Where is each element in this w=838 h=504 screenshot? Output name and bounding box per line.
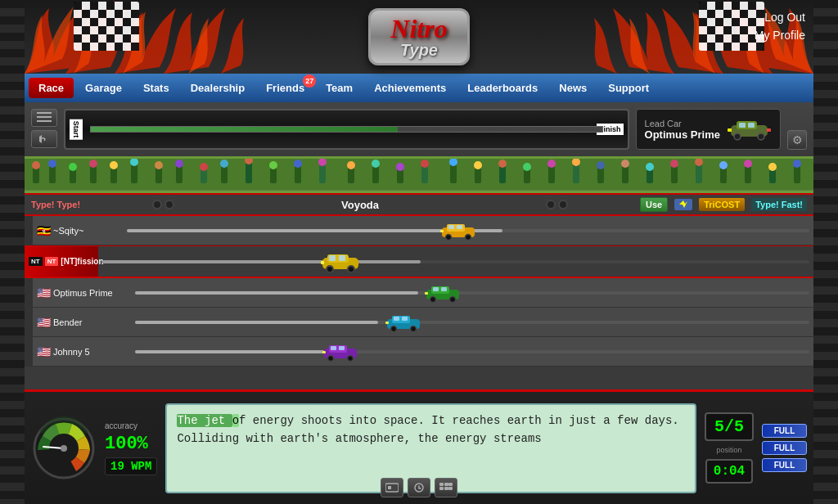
svg-point-107 — [547, 160, 556, 168]
track-progress-fill — [91, 127, 398, 132]
svg-rect-172 — [439, 483, 444, 486]
svg-rect-43 — [715, 34, 723, 43]
svg-point-127 — [793, 160, 801, 168]
svg-rect-175 — [439, 487, 444, 490]
lead-car-text: Lead Car Optimus Prime — [645, 119, 720, 141]
dashboard-bottom-icons — [381, 478, 457, 497]
svg-point-58 — [758, 133, 764, 140]
svg-point-79 — [200, 163, 208, 171]
nitro-bar-1[interactable]: FULL — [762, 424, 807, 438]
nitro-bar-3[interactable]: FULL — [762, 458, 807, 472]
track-music-btn[interactable] — [31, 130, 57, 148]
svg-point-91 — [347, 161, 355, 169]
header: Nitro Type Log Out My Profile — [25, 0, 813, 74]
racer-lane-bender: 🇺🇸 Bender — [25, 308, 813, 337]
current-char: o — [232, 414, 239, 427]
voyoda-text: Voyoda — [341, 199, 379, 211]
progress-fill-bender — [135, 321, 378, 324]
logout-link[interactable]: Log Out — [755, 8, 805, 26]
stats-section: accuracy 100% 19 WPM — [105, 421, 157, 475]
svg-point-133 — [446, 234, 452, 240]
use-nitro-button[interactable]: Use — [640, 197, 668, 212]
dashboard-icon-1[interactable] — [381, 478, 403, 497]
flag-sqity: 🇺🇬 — [37, 224, 51, 237]
nitro-bar-2[interactable]: FULL — [762, 441, 807, 455]
tire-border-left — [0, 0, 25, 504]
svg-rect-98 — [450, 164, 457, 183]
profile-link[interactable]: My Profile — [755, 26, 805, 44]
svg-point-103 — [498, 160, 507, 168]
svg-point-63 — [32, 161, 40, 169]
svg-rect-42 — [699, 34, 707, 43]
svg-rect-139 — [339, 255, 345, 261]
svg-rect-55 — [739, 123, 746, 128]
svg-point-69 — [89, 160, 97, 168]
header-links: Log Out My Profile — [755, 8, 805, 45]
svg-rect-122 — [745, 165, 751, 183]
spectators-svg — [25, 159, 813, 193]
svg-point-67 — [69, 163, 77, 171]
nav-item-leaderboards[interactable]: Leaderboards — [457, 78, 547, 98]
svg-rect-131 — [448, 225, 454, 229]
svg-rect-9 — [131, 10, 139, 18]
svg-point-65 — [48, 160, 56, 168]
svg-rect-48 — [740, 43, 748, 51]
nav-item-team[interactable]: Team — [316, 78, 363, 98]
svg-point-97 — [421, 160, 429, 168]
nav-item-dealership[interactable]: Dealership — [181, 78, 255, 98]
svg-rect-156 — [385, 322, 389, 324]
svg-point-57 — [734, 133, 741, 140]
speedometer — [31, 416, 97, 481]
type-type-label: Type! Type! — [31, 200, 80, 209]
logo-nitro-text: Nitro — [390, 16, 447, 42]
dashboard-icon-2[interactable] — [408, 478, 430, 497]
track-zoom-btn[interactable] — [31, 109, 57, 127]
svg-rect-177 — [448, 487, 453, 490]
nav-item-support[interactable]: Support — [598, 78, 659, 98]
svg-point-87 — [294, 160, 302, 168]
svg-point-117 — [670, 160, 678, 168]
svg-point-95 — [396, 163, 404, 171]
nav-item-friends[interactable]: Friends 27 — [256, 78, 314, 98]
svg-point-75 — [155, 161, 163, 169]
svg-rect-56 — [748, 123, 755, 128]
svg-point-111 — [597, 161, 605, 169]
svg-rect-6 — [82, 10, 90, 18]
svg-point-162 — [347, 355, 353, 361]
svg-rect-92 — [372, 165, 379, 183]
svg-rect-82 — [246, 162, 252, 183]
settings-button[interactable]: ⚙ — [787, 130, 807, 150]
svg-rect-12 — [106, 18, 115, 26]
svg-rect-60 — [767, 128, 771, 132]
svg-rect-102 — [499, 165, 506, 183]
accuracy-label: accuracy — [105, 421, 157, 430]
position-value: 5/5 — [714, 417, 744, 436]
racing-lanes: 🇺🇬 ~Sqity~ — [25, 216, 813, 389]
position-label: position — [716, 446, 741, 454]
svg-point-101 — [474, 161, 482, 169]
svg-point-123 — [744, 160, 752, 168]
nav-item-stats[interactable]: Stats — [133, 78, 179, 98]
svg-rect-72 — [131, 164, 137, 183]
progress-fill-johnny — [135, 350, 324, 353]
svg-rect-176 — [444, 487, 448, 490]
svg-rect-142 — [321, 261, 324, 264]
nav-item-race[interactable]: Race — [29, 78, 74, 98]
track-road: Start Finish — [64, 109, 629, 150]
svg-point-81 — [220, 160, 228, 168]
progress-bar-optimus — [135, 291, 809, 295]
svg-point-115 — [646, 163, 654, 171]
time-display: 0:04 — [705, 459, 753, 484]
svg-point-71 — [110, 161, 118, 169]
accuracy-value: 100% — [105, 434, 157, 454]
nav-item-garage[interactable]: Garage — [75, 78, 132, 98]
progress-bar-johnny — [135, 350, 809, 353]
track-progress-bar — [90, 126, 603, 133]
nav-item-news[interactable]: News — [549, 78, 597, 98]
svg-rect-14 — [82, 26, 90, 34]
racer-lane-johnny: 🇺🇸 Johnny 5 — [25, 337, 813, 367]
flag-optimus: 🇺🇸 — [37, 286, 51, 299]
dashboard-icon-3[interactable] — [435, 478, 457, 497]
nav-item-achievements[interactable]: Achievements — [364, 78, 456, 98]
svg-rect-145 — [433, 287, 439, 291]
